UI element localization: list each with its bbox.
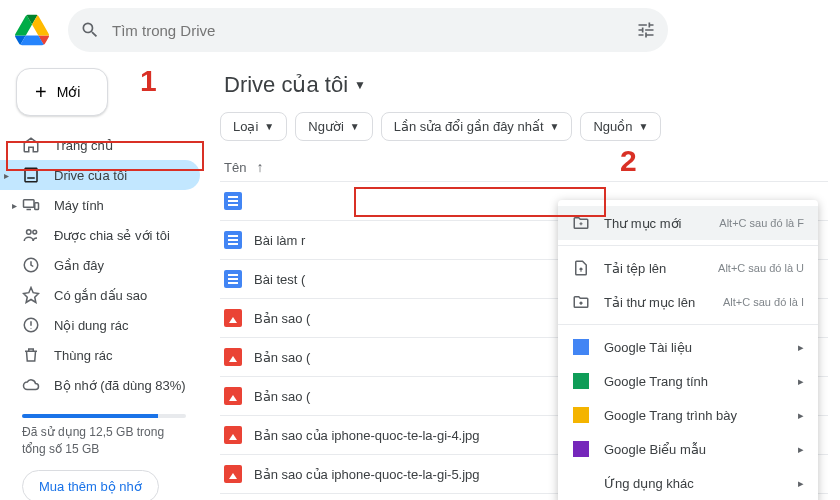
file-name: Bản sao ( (254, 350, 310, 365)
chevron-down-icon: ▼ (350, 121, 360, 132)
storage-text: Đã sử dụng 12,5 GB trong tổng số 15 GB (22, 424, 186, 458)
filter-chip[interactable]: Lần sửa đổi gần đây nhất▼ (381, 112, 573, 141)
sidebar-item-label: Có gắn dấu sao (54, 288, 147, 303)
chevron-down-icon: ▼ (550, 121, 560, 132)
svg-point-3 (33, 230, 37, 234)
svg-point-2 (27, 230, 32, 235)
sidebar-item-computers[interactable]: ▸ Máy tính (8, 190, 200, 220)
column-name: Tên (224, 160, 246, 175)
shortcut-text: Alt+C sau đó là I (723, 296, 804, 308)
sidebar-item-label: Trang chủ (54, 138, 113, 153)
image-icon (224, 465, 242, 483)
filter-chip[interactable]: Loại▼ (220, 112, 287, 141)
menu-item-label: Ứng dụng khác (604, 476, 694, 491)
clock-icon (22, 256, 40, 274)
sidebar-item-storage[interactable]: Bộ nhớ (đã dùng 83%) (8, 370, 200, 400)
chevron-down-icon: ▼ (639, 121, 649, 132)
sidebar-item-label: Máy tính (54, 198, 104, 213)
blank-icon (572, 474, 590, 492)
buy-storage-button[interactable]: Mua thêm bộ nhớ (22, 470, 159, 500)
upload-file-icon (572, 259, 590, 277)
context-menu-item[interactable]: Tải tệp lênAlt+C sau đó là U (558, 251, 818, 285)
svg-rect-0 (24, 200, 35, 208)
folder-icon (572, 214, 590, 232)
context-menu-item[interactable]: Google Tài liệu▸ (558, 330, 818, 364)
image-icon (224, 348, 242, 366)
storage-meter: Đã sử dụng 12,5 GB trong tổng số 15 GB M… (8, 408, 200, 500)
chevron-right-icon: ▸ (798, 341, 804, 354)
trash-icon (22, 346, 40, 364)
search-input[interactable] (112, 22, 624, 39)
sidebar-item-trash[interactable]: Thùng rác (8, 340, 200, 370)
chevron-right-icon: ▸ (798, 477, 804, 490)
shortcut-text: Alt+C sau đó là U (718, 262, 804, 274)
chevron-right-icon: ▸ (798, 409, 804, 422)
context-menu-item[interactable]: Ứng dụng khác▸ (558, 466, 818, 500)
sidebar-item-starred[interactable]: Có gắn dấu sao (8, 280, 200, 310)
file-name: Bản sao ( (254, 311, 310, 326)
menu-item-label: Google Trang tính (604, 374, 708, 389)
svg-rect-1 (35, 203, 39, 210)
file-name: Bản sao của iphone-quoc-te-la-gi-4.jpg (254, 428, 480, 443)
sidebar-item-recent[interactable]: Gần đây (8, 250, 200, 280)
sidebar-item-mydrive[interactable]: ▸ Drive của tôi (0, 160, 200, 190)
menu-item-label: Google Trang trình bày (604, 408, 737, 423)
tune-icon[interactable] (636, 20, 656, 40)
search-icon (80, 20, 100, 40)
context-menu-item[interactable]: Tải thư mục lênAlt+C sau đó là I (558, 285, 818, 319)
slides-icon (572, 406, 590, 424)
docs-icon (224, 231, 242, 249)
file-name: Bài test ( (254, 272, 305, 287)
main-content: Drive của tôi ▼ Loại▼Người▼Lần sửa đổi g… (208, 60, 840, 500)
menu-item-label: Thư mục mới (604, 216, 681, 231)
plus-icon: + (35, 81, 47, 104)
chevron-right-icon: ▸ (798, 375, 804, 388)
context-menu-item[interactable]: Google Trang tính▸ (558, 364, 818, 398)
page-title[interactable]: Drive của tôi ▼ (220, 64, 828, 112)
home-icon (22, 136, 40, 154)
sidebar-item-home[interactable]: Trang chủ (8, 130, 200, 160)
image-icon (224, 387, 242, 405)
sidebar-item-label: Bộ nhớ (đã dùng 83%) (54, 378, 186, 393)
cloud-icon (22, 376, 40, 394)
menu-item-label: Google Tài liệu (604, 340, 692, 355)
chevron-down-icon: ▼ (354, 78, 366, 92)
search-bar[interactable] (68, 8, 668, 52)
docs-icon (224, 270, 242, 288)
sheets-icon (572, 372, 590, 390)
image-icon (224, 309, 242, 327)
annotation-2: 2 (620, 144, 637, 178)
context-menu-item[interactable]: Thư mục mớiAlt+C sau đó là F (558, 206, 818, 240)
sidebar-item-label: Nội dung rác (54, 318, 128, 333)
file-name: Bản sao ( (254, 389, 310, 404)
list-header[interactable]: Tên ↑ (220, 153, 828, 182)
annotation-1: 1 (140, 64, 157, 98)
people-icon (22, 226, 40, 244)
sidebar: + Mới Trang chủ ▸ Drive của tôi ▸ Máy tí… (0, 60, 208, 500)
filter-chip[interactable]: Nguồn▼ (580, 112, 661, 141)
drive-logo[interactable] (12, 10, 52, 50)
menu-item-label: Tải tệp lên (604, 261, 666, 276)
drive-icon (22, 166, 40, 184)
forms-icon (572, 440, 590, 458)
star-icon (22, 286, 40, 304)
context-menu-item[interactable]: Google Biểu mẫu▸ (558, 432, 818, 466)
filter-bar: Loại▼Người▼Lần sửa đổi gần đây nhất▼Nguồ… (220, 112, 828, 141)
docs-icon (224, 192, 242, 210)
sidebar-item-label: Được chia sẻ với tôi (54, 228, 170, 243)
sort-arrow-icon[interactable]: ↑ (256, 159, 263, 175)
chevron-down-icon: ▼ (264, 121, 274, 132)
spam-icon (22, 316, 40, 334)
menu-item-label: Tải thư mục lên (604, 295, 695, 310)
new-button[interactable]: + Mới (16, 68, 108, 116)
sidebar-item-label: Drive của tôi (54, 168, 127, 183)
filter-chip[interactable]: Người▼ (295, 112, 372, 141)
sidebar-item-spam[interactable]: Nội dung rác (8, 310, 200, 340)
sidebar-item-shared[interactable]: Được chia sẻ với tôi (8, 220, 200, 250)
new-button-label: Mới (57, 84, 81, 100)
context-menu-item[interactable]: Google Trang trình bày▸ (558, 398, 818, 432)
devices-icon (22, 196, 40, 214)
file-name: Bài làm r (254, 233, 305, 248)
context-menu: Thư mục mớiAlt+C sau đó là FTải tệp lênA… (558, 200, 818, 500)
chevron-right-icon: ▸ (4, 170, 9, 181)
